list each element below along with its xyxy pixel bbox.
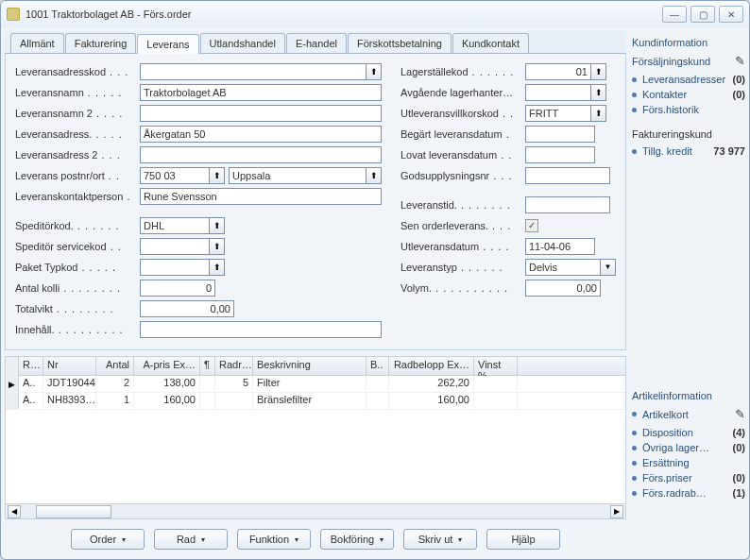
table-row[interactable]: ▶A..JDT190442138,005Filter262,20: [6, 376, 625, 393]
grid-cell[interactable]: 262,20: [389, 376, 474, 392]
utleveransdatum-input[interactable]: [525, 238, 595, 255]
scroll-thumb[interactable]: [36, 505, 111, 518]
leveransadresskod-input[interactable]: [140, 63, 366, 80]
info-link[interactable]: Kontakter: [642, 89, 733, 100]
artikelkort-link[interactable]: Artikelkort: [642, 409, 735, 420]
leveranstid-input[interactable]: [525, 196, 610, 213]
lookup-icon[interactable]: ⬆: [210, 259, 225, 276]
grid-body[interactable]: ▶A..JDT190442138,005Filter262,20A..NH839…: [6, 376, 625, 503]
grid-col-header[interactable]: A-pris Ex…: [134, 357, 200, 375]
info-link[interactable]: Övriga lager…: [642, 442, 733, 453]
ort-input[interactable]: [229, 167, 366, 184]
avgaende-input[interactable]: [525, 84, 591, 101]
grid-cell[interactable]: [366, 376, 389, 392]
grid-cell[interactable]: [200, 376, 215, 392]
forsaljningskund-link[interactable]: Försäljningskund: [632, 56, 735, 67]
info-link[interactable]: Disposition: [642, 427, 733, 438]
skriv ut-button[interactable]: Skriv ut: [403, 529, 477, 550]
edit-icon[interactable]: ✎: [735, 54, 745, 68]
grid-cell[interactable]: 160,00: [134, 393, 200, 409]
kredit-link[interactable]: Tillg. kredit: [642, 145, 713, 157]
lookup-icon[interactable]: ⬆: [210, 238, 225, 255]
info-link[interactable]: Ersättning: [642, 457, 745, 468]
grid-cell[interactable]: JDT19044: [43, 376, 96, 392]
grid-cell[interactable]: 1: [96, 393, 134, 409]
info-link[interactable]: Förs.priser: [642, 472, 733, 484]
grid-cell[interactable]: [200, 393, 215, 409]
grid-col-header[interactable]: Radr…: [215, 357, 253, 375]
grid-cell[interactable]: [474, 393, 518, 409]
tab-kundkontakt[interactable]: Kundkontakt: [452, 33, 529, 53]
maximize-button[interactable]: ▢: [690, 6, 715, 23]
bokföring-button[interactable]: Bokföring: [320, 529, 394, 550]
postnr-input[interactable]: [140, 167, 210, 184]
grid-col-header[interactable]: Vinst %: [474, 357, 518, 375]
lookup-icon[interactable]: ⬆: [210, 167, 225, 184]
grid-cell[interactable]: 160,00: [389, 393, 474, 409]
dropdown-icon[interactable]: ▼: [601, 259, 616, 276]
grid-cell[interactable]: A..: [19, 376, 43, 392]
leveransnamn-input[interactable]: [140, 84, 382, 101]
grid-cell[interactable]: Bränslefilter: [253, 393, 366, 409]
tab-leverans[interactable]: Leverans: [137, 34, 198, 54]
rad-button[interactable]: Rad: [154, 529, 228, 550]
grid-col-header[interactable]: R…: [19, 357, 43, 375]
tab-utlandshandel[interactable]: Utlandshandel: [200, 33, 285, 53]
funktion-button[interactable]: Funktion: [237, 529, 311, 550]
lookup-icon[interactable]: ⬆: [210, 217, 225, 234]
lookup-icon[interactable]: ⬆: [591, 63, 606, 80]
kontaktperson-input[interactable]: [140, 188, 382, 205]
tab-allmänt[interactable]: Allmänt: [10, 33, 64, 53]
leveransadress-input[interactable]: [140, 126, 382, 143]
speditor-input[interactable]: [140, 217, 210, 234]
minimize-button[interactable]: —: [662, 6, 687, 23]
grid-cell[interactable]: [366, 393, 389, 409]
lookup-icon[interactable]: ⬆: [366, 167, 382, 184]
speditorservice-input[interactable]: [140, 238, 210, 255]
lovatdatum-input[interactable]: [525, 146, 595, 163]
grid-col-header[interactable]: ¶: [200, 357, 215, 375]
grid-cell[interactable]: [474, 376, 518, 392]
horizontal-scrollbar[interactable]: ◀ ▶: [6, 503, 625, 518]
grid-cell[interactable]: NH8393…: [43, 393, 96, 409]
grid-col-header[interactable]: Antal: [96, 357, 134, 375]
grid-col-header[interactable]: Nr: [43, 357, 96, 375]
scroll-right-icon[interactable]: ▶: [610, 505, 623, 518]
row-selector[interactable]: [6, 393, 19, 409]
grid-cell[interactable]: 2: [96, 376, 134, 392]
info-link[interactable]: Förs.radrab…: [642, 487, 733, 499]
godsupplysning-input[interactable]: [525, 167, 610, 184]
grid-cell[interactable]: A..: [19, 393, 43, 409]
lookup-icon[interactable]: ⬆: [366, 63, 382, 80]
tab-fakturering[interactable]: Fakturering: [65, 33, 137, 53]
tab-förskottsbetalning[interactable]: Förskottsbetalning: [348, 33, 452, 53]
lagerstallekod-input[interactable]: [525, 63, 591, 80]
lookup-icon[interactable]: ⬆: [591, 105, 606, 122]
pakettyp-input[interactable]: [140, 259, 210, 276]
grid-cell[interactable]: [215, 393, 253, 409]
order-button[interactable]: Order: [71, 529, 145, 550]
totalvikt-input[interactable]: [140, 300, 234, 317]
info-link[interactable]: Förs.historik: [642, 104, 745, 115]
row-selector[interactable]: ▶: [6, 376, 19, 392]
utleveransvillkor-input[interactable]: [525, 105, 591, 122]
leveransnamn2-input[interactable]: [140, 105, 382, 122]
senorder-checkbox[interactable]: ✓: [525, 219, 538, 232]
hjälp-button[interactable]: Hjälp: [486, 529, 560, 550]
grid-col-header[interactable]: Beskrivning: [253, 357, 366, 375]
leveransadress2-input[interactable]: [140, 146, 382, 163]
grid-cell[interactable]: 138,00: [134, 376, 200, 392]
antalkolli-input[interactable]: [140, 280, 215, 297]
tab-e-handel[interactable]: E-handel: [286, 33, 347, 53]
innehall-input[interactable]: [140, 321, 382, 338]
scroll-left-icon[interactable]: ◀: [8, 505, 21, 518]
lookup-icon[interactable]: ⬆: [591, 84, 606, 101]
leveranstyp-input[interactable]: [525, 259, 601, 276]
grid-col-header[interactable]: Radbelopp Ex…: [389, 357, 474, 375]
info-link[interactable]: Leveransadresser: [642, 74, 733, 85]
grid-col-header[interactable]: B..: [366, 357, 389, 375]
begartdatum-input[interactable]: [525, 126, 595, 143]
edit-icon[interactable]: ✎: [735, 407, 745, 421]
close-button[interactable]: ✕: [719, 6, 743, 23]
grid-cell[interactable]: 5: [215, 376, 253, 392]
